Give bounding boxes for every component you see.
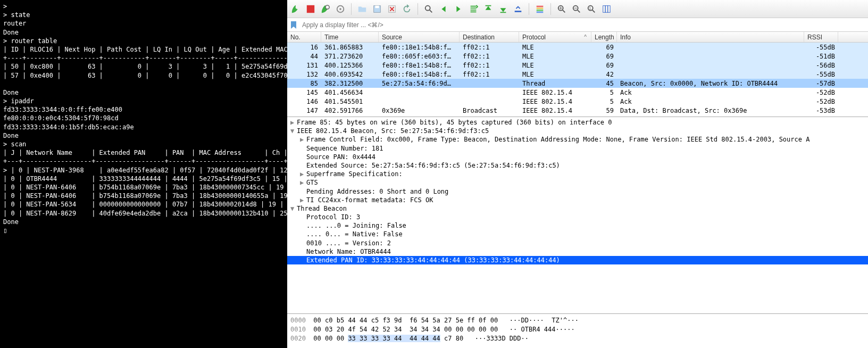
- packet-row[interactable]: 147402.5917660x369eBroadcastIEEE 802.15.…: [287, 106, 868, 115]
- col-time[interactable]: Time: [321, 32, 379, 42]
- svg-point-7: [425, 5, 430, 10]
- svg-point-3: [339, 8, 341, 10]
- packet-details-pane[interactable]: ▶Frame 85: 45 bytes on wire (360 bits), …: [287, 117, 868, 314]
- packet-row[interactable]: 131400.125366fe80::f8e1:54b8:f…ff02::1ML…: [287, 61, 868, 70]
- detail-line[interactable]: .... ...0 = Joining: False: [287, 221, 868, 230]
- svg-rect-26: [603, 5, 606, 12]
- detail-line[interactable]: ▶Frame Control Field: 0xc000, Frame Type…: [287, 135, 868, 144]
- reload-icon[interactable]: [402, 4, 412, 14]
- detail-line[interactable]: Network Name: OTBR4444: [287, 247, 868, 256]
- hex-line[interactable]: 0010 00 03 20 4f 54 42 52 34 34 34 34 00…: [290, 325, 865, 334]
- col-info[interactable]: Info: [617, 32, 804, 42]
- start-capture-icon[interactable]: [290, 4, 301, 14]
- detail-line[interactable]: ▶GTS: [287, 178, 868, 187]
- col-no[interactable]: No.: [287, 32, 321, 42]
- packet-row[interactable]: 146401.545501IEEE 802.15.45Ack-52dB: [287, 97, 868, 106]
- go-back-icon[interactable]: [438, 4, 449, 14]
- main-toolbar: 1: [287, 0, 868, 18]
- col-source[interactable]: Source: [379, 32, 460, 42]
- save-file-icon[interactable]: [372, 4, 382, 14]
- packet-row[interactable]: 145401.456634IEEE 802.15.45Ack-52dB: [287, 88, 868, 97]
- packet-list-header[interactable]: No. Time Source Destination Protocol Len…: [287, 32, 868, 43]
- hex-line[interactable]: 0020 00 00 00 33 33 33 33 44 44 44 44 c7…: [290, 334, 865, 343]
- colorize-icon[interactable]: [535, 4, 545, 14]
- zoom-reset-icon[interactable]: 1: [586, 4, 597, 14]
- packet-row[interactable]: 16361.865883fe80::18e1:54b8:f…ff02::1MLE…: [287, 43, 868, 52]
- zoom-out-icon[interactable]: [571, 4, 582, 14]
- display-filter-bar: [287, 18, 868, 32]
- svg-line-17: [563, 10, 565, 12]
- detail-line[interactable]: Protocol ID: 3: [287, 213, 868, 221]
- capture-options-icon[interactable]: [335, 4, 346, 14]
- packet-row[interactable]: 44371.273620fe80::605f:e603:f…ff02::1MLE…: [287, 52, 868, 61]
- svg-rect-5: [375, 5, 379, 8]
- detail-line[interactable]: ▶Superframe Specification:: [287, 170, 868, 178]
- restart-capture-icon[interactable]: [320, 4, 331, 14]
- detail-line[interactable]: .... 0... = Native: False: [287, 230, 868, 238]
- find-packet-icon[interactable]: [423, 4, 434, 14]
- svg-point-1: [326, 5, 329, 9]
- display-filter-input[interactable]: [300, 19, 866, 31]
- resize-columns-icon[interactable]: [601, 4, 612, 14]
- go-first-icon[interactable]: [483, 4, 494, 14]
- detail-line[interactable]: 0010 .... = Version: 2: [287, 239, 868, 247]
- svg-rect-0: [307, 5, 314, 12]
- packet-row[interactable]: 85382.3125005e:27:5a:54:f6:9d…Thread45Be…: [287, 79, 868, 88]
- bookmark-icon[interactable]: [289, 21, 298, 29]
- close-file-icon[interactable]: [387, 4, 397, 14]
- open-file-icon[interactable]: [357, 4, 368, 14]
- packet-row[interactable]: 132400.693542fe80::f8e1:54b8:f…ff02::1ML…: [287, 70, 868, 79]
- detail-line[interactable]: Sequence Number: 181: [287, 144, 868, 153]
- detail-line[interactable]: ▶Frame 85: 45 bytes on wire (360 bits), …: [287, 118, 868, 127]
- detail-line[interactable]: Extended PAN ID: 33:33:33:33:44:44:44:44…: [287, 256, 868, 264]
- svg-rect-14: [537, 9, 544, 11]
- detail-line[interactable]: ▼IEEE 802.15.4 Beacon, Src: 5e:27:5a:54:…: [287, 127, 868, 135]
- svg-line-24: [592, 10, 595, 12]
- go-to-packet-icon[interactable]: [468, 4, 479, 14]
- detail-line[interactable]: ▼Thread Beacon: [287, 204, 868, 213]
- detail-line[interactable]: Extended Source: 5e:27:5a:54:f6:9d:f3:c5…: [287, 161, 868, 170]
- detail-line[interactable]: Pending Addresses: 0 Short and 0 Long: [287, 187, 868, 196]
- go-last-icon[interactable]: [498, 4, 508, 14]
- col-protocol[interactable]: Protocol: [519, 32, 591, 42]
- svg-line-21: [578, 10, 580, 12]
- col-length[interactable]: Length: [591, 32, 617, 42]
- wireshark-window: 1 No. Time Source Destination Protocol L…: [287, 0, 868, 348]
- svg-line-8: [430, 10, 432, 12]
- svg-rect-13: [537, 7, 544, 9]
- detail-line[interactable]: Source PAN: 0x4444: [287, 153, 868, 161]
- col-rssi[interactable]: RSSI: [804, 32, 838, 42]
- svg-rect-12: [537, 5, 544, 7]
- svg-text:1: 1: [589, 6, 591, 10]
- svg-rect-27: [605, 5, 608, 12]
- hex-line[interactable]: 0000 00 c0 b5 44 44 c5 f3 9d f6 54 5a 27…: [290, 316, 865, 325]
- col-destination[interactable]: Destination: [460, 32, 519, 42]
- packet-bytes-pane[interactable]: 0000 00 c0 b5 44 44 c5 f3 9d f6 54 5a 27…: [287, 314, 868, 348]
- terminal-pane[interactable]: > > state router Done > router table | I…: [0, 0, 287, 348]
- packet-list-pane[interactable]: No. Time Source Destination Protocol Len…: [287, 32, 868, 117]
- svg-rect-15: [537, 11, 544, 13]
- detail-line[interactable]: ▶TI CC24xx-format metadata: FCS OK: [287, 196, 868, 204]
- go-forward-icon[interactable]: [453, 4, 464, 14]
- svg-rect-28: [608, 5, 611, 12]
- auto-scroll-icon[interactable]: [513, 4, 523, 14]
- stop-capture-icon[interactable]: [305, 4, 316, 14]
- zoom-in-icon[interactable]: [556, 4, 567, 14]
